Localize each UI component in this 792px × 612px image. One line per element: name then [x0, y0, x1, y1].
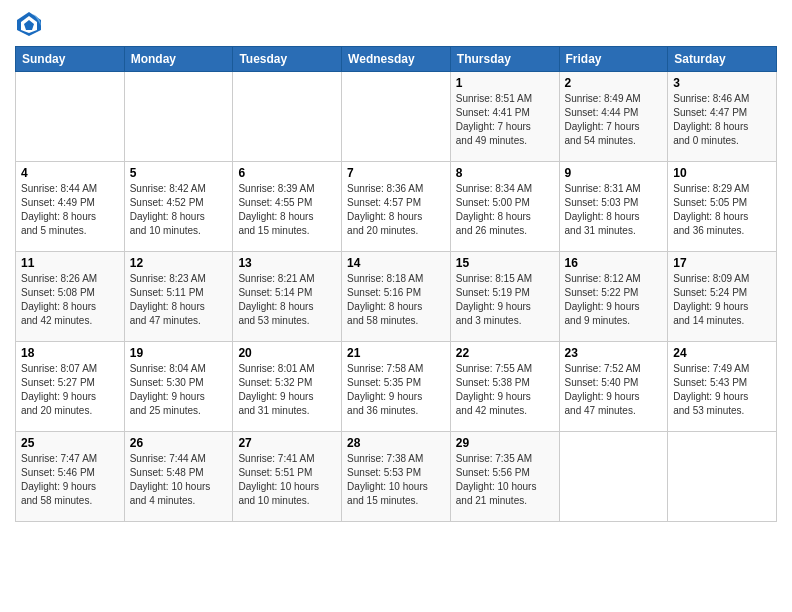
- day-number: 29: [456, 436, 554, 450]
- calendar-cell: 25Sunrise: 7:47 AM Sunset: 5:46 PM Dayli…: [16, 432, 125, 522]
- day-number: 14: [347, 256, 445, 270]
- calendar-cell: 3Sunrise: 8:46 AM Sunset: 4:47 PM Daylig…: [668, 72, 777, 162]
- day-info: Sunrise: 8:46 AM Sunset: 4:47 PM Dayligh…: [673, 92, 771, 148]
- day-info: Sunrise: 8:51 AM Sunset: 4:41 PM Dayligh…: [456, 92, 554, 148]
- weekday-header: Thursday: [450, 47, 559, 72]
- day-info: Sunrise: 7:47 AM Sunset: 5:46 PM Dayligh…: [21, 452, 119, 508]
- day-info: Sunrise: 8:12 AM Sunset: 5:22 PM Dayligh…: [565, 272, 663, 328]
- calendar-cell: 29Sunrise: 7:35 AM Sunset: 5:56 PM Dayli…: [450, 432, 559, 522]
- day-number: 9: [565, 166, 663, 180]
- calendar-cell: 6Sunrise: 8:39 AM Sunset: 4:55 PM Daylig…: [233, 162, 342, 252]
- calendar-cell: 20Sunrise: 8:01 AM Sunset: 5:32 PM Dayli…: [233, 342, 342, 432]
- day-info: Sunrise: 7:41 AM Sunset: 5:51 PM Dayligh…: [238, 452, 336, 508]
- calendar-cell: 21Sunrise: 7:58 AM Sunset: 5:35 PM Dayli…: [342, 342, 451, 432]
- day-number: 20: [238, 346, 336, 360]
- weekday-header: Wednesday: [342, 47, 451, 72]
- day-number: 1: [456, 76, 554, 90]
- day-info: Sunrise: 8:36 AM Sunset: 4:57 PM Dayligh…: [347, 182, 445, 238]
- calendar-cell: 26Sunrise: 7:44 AM Sunset: 5:48 PM Dayli…: [124, 432, 233, 522]
- calendar-cell: 24Sunrise: 7:49 AM Sunset: 5:43 PM Dayli…: [668, 342, 777, 432]
- calendar-cell: 28Sunrise: 7:38 AM Sunset: 5:53 PM Dayli…: [342, 432, 451, 522]
- day-info: Sunrise: 7:52 AM Sunset: 5:40 PM Dayligh…: [565, 362, 663, 418]
- page-header: [15, 10, 777, 38]
- weekday-header: Saturday: [668, 47, 777, 72]
- day-number: 16: [565, 256, 663, 270]
- day-info: Sunrise: 8:34 AM Sunset: 5:00 PM Dayligh…: [456, 182, 554, 238]
- weekday-header-row: SundayMondayTuesdayWednesdayThursdayFrid…: [16, 47, 777, 72]
- calendar-cell: 2Sunrise: 8:49 AM Sunset: 4:44 PM Daylig…: [559, 72, 668, 162]
- day-info: Sunrise: 8:26 AM Sunset: 5:08 PM Dayligh…: [21, 272, 119, 328]
- calendar-cell: [559, 432, 668, 522]
- logo: [15, 10, 47, 38]
- calendar-cell: 10Sunrise: 8:29 AM Sunset: 5:05 PM Dayli…: [668, 162, 777, 252]
- day-number: 4: [21, 166, 119, 180]
- day-number: 23: [565, 346, 663, 360]
- day-number: 27: [238, 436, 336, 450]
- day-number: 2: [565, 76, 663, 90]
- day-number: 6: [238, 166, 336, 180]
- day-info: Sunrise: 7:35 AM Sunset: 5:56 PM Dayligh…: [456, 452, 554, 508]
- day-info: Sunrise: 8:49 AM Sunset: 4:44 PM Dayligh…: [565, 92, 663, 148]
- calendar-cell: 7Sunrise: 8:36 AM Sunset: 4:57 PM Daylig…: [342, 162, 451, 252]
- day-number: 5: [130, 166, 228, 180]
- calendar-week-row: 18Sunrise: 8:07 AM Sunset: 5:27 PM Dayli…: [16, 342, 777, 432]
- day-info: Sunrise: 8:31 AM Sunset: 5:03 PM Dayligh…: [565, 182, 663, 238]
- day-number: 12: [130, 256, 228, 270]
- calendar-cell: 19Sunrise: 8:04 AM Sunset: 5:30 PM Dayli…: [124, 342, 233, 432]
- day-info: Sunrise: 7:49 AM Sunset: 5:43 PM Dayligh…: [673, 362, 771, 418]
- calendar-cell: 14Sunrise: 8:18 AM Sunset: 5:16 PM Dayli…: [342, 252, 451, 342]
- weekday-header: Sunday: [16, 47, 125, 72]
- calendar-cell: 9Sunrise: 8:31 AM Sunset: 5:03 PM Daylig…: [559, 162, 668, 252]
- calendar-table: SundayMondayTuesdayWednesdayThursdayFrid…: [15, 46, 777, 522]
- day-info: Sunrise: 8:23 AM Sunset: 5:11 PM Dayligh…: [130, 272, 228, 328]
- day-info: Sunrise: 8:21 AM Sunset: 5:14 PM Dayligh…: [238, 272, 336, 328]
- day-number: 21: [347, 346, 445, 360]
- day-info: Sunrise: 7:58 AM Sunset: 5:35 PM Dayligh…: [347, 362, 445, 418]
- day-number: 17: [673, 256, 771, 270]
- calendar-week-row: 11Sunrise: 8:26 AM Sunset: 5:08 PM Dayli…: [16, 252, 777, 342]
- day-info: Sunrise: 8:09 AM Sunset: 5:24 PM Dayligh…: [673, 272, 771, 328]
- day-info: Sunrise: 7:44 AM Sunset: 5:48 PM Dayligh…: [130, 452, 228, 508]
- day-number: 11: [21, 256, 119, 270]
- day-info: Sunrise: 8:18 AM Sunset: 5:16 PM Dayligh…: [347, 272, 445, 328]
- calendar-cell: 16Sunrise: 8:12 AM Sunset: 5:22 PM Dayli…: [559, 252, 668, 342]
- calendar-cell: 1Sunrise: 8:51 AM Sunset: 4:41 PM Daylig…: [450, 72, 559, 162]
- calendar-cell: [124, 72, 233, 162]
- day-info: Sunrise: 8:04 AM Sunset: 5:30 PM Dayligh…: [130, 362, 228, 418]
- calendar-cell: 27Sunrise: 7:41 AM Sunset: 5:51 PM Dayli…: [233, 432, 342, 522]
- day-number: 3: [673, 76, 771, 90]
- day-info: Sunrise: 8:07 AM Sunset: 5:27 PM Dayligh…: [21, 362, 119, 418]
- weekday-header: Friday: [559, 47, 668, 72]
- day-number: 18: [21, 346, 119, 360]
- day-info: Sunrise: 7:55 AM Sunset: 5:38 PM Dayligh…: [456, 362, 554, 418]
- weekday-header: Tuesday: [233, 47, 342, 72]
- day-info: Sunrise: 8:29 AM Sunset: 5:05 PM Dayligh…: [673, 182, 771, 238]
- calendar-cell: [668, 432, 777, 522]
- day-number: 13: [238, 256, 336, 270]
- calendar-cell: 17Sunrise: 8:09 AM Sunset: 5:24 PM Dayli…: [668, 252, 777, 342]
- day-number: 25: [21, 436, 119, 450]
- day-info: Sunrise: 7:38 AM Sunset: 5:53 PM Dayligh…: [347, 452, 445, 508]
- day-info: Sunrise: 8:15 AM Sunset: 5:19 PM Dayligh…: [456, 272, 554, 328]
- day-number: 22: [456, 346, 554, 360]
- day-info: Sunrise: 8:39 AM Sunset: 4:55 PM Dayligh…: [238, 182, 336, 238]
- day-number: 10: [673, 166, 771, 180]
- day-number: 28: [347, 436, 445, 450]
- calendar-cell: 11Sunrise: 8:26 AM Sunset: 5:08 PM Dayli…: [16, 252, 125, 342]
- day-number: 24: [673, 346, 771, 360]
- calendar-cell: [342, 72, 451, 162]
- day-number: 26: [130, 436, 228, 450]
- day-info: Sunrise: 8:01 AM Sunset: 5:32 PM Dayligh…: [238, 362, 336, 418]
- calendar-cell: 18Sunrise: 8:07 AM Sunset: 5:27 PM Dayli…: [16, 342, 125, 432]
- weekday-header: Monday: [124, 47, 233, 72]
- day-number: 19: [130, 346, 228, 360]
- calendar-cell: 13Sunrise: 8:21 AM Sunset: 5:14 PM Dayli…: [233, 252, 342, 342]
- calendar-cell: 22Sunrise: 7:55 AM Sunset: 5:38 PM Dayli…: [450, 342, 559, 432]
- calendar-cell: 23Sunrise: 7:52 AM Sunset: 5:40 PM Dayli…: [559, 342, 668, 432]
- calendar-cell: 4Sunrise: 8:44 AM Sunset: 4:49 PM Daylig…: [16, 162, 125, 252]
- calendar-week-row: 25Sunrise: 7:47 AM Sunset: 5:46 PM Dayli…: [16, 432, 777, 522]
- calendar-week-row: 1Sunrise: 8:51 AM Sunset: 4:41 PM Daylig…: [16, 72, 777, 162]
- calendar-cell: 15Sunrise: 8:15 AM Sunset: 5:19 PM Dayli…: [450, 252, 559, 342]
- calendar-cell: 8Sunrise: 8:34 AM Sunset: 5:00 PM Daylig…: [450, 162, 559, 252]
- calendar-cell: 5Sunrise: 8:42 AM Sunset: 4:52 PM Daylig…: [124, 162, 233, 252]
